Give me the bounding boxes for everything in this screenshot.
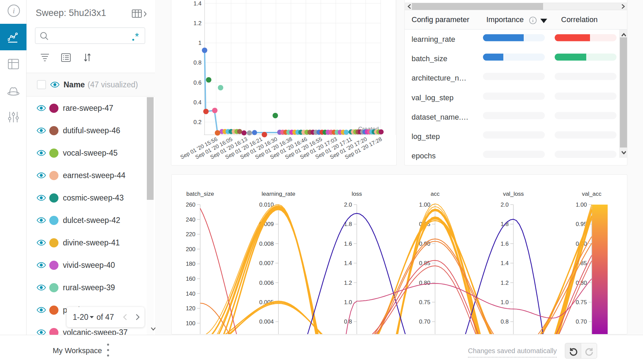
svg-text:0.75: 0.75	[419, 299, 430, 306]
svg-text:val_loss: val_loss	[503, 191, 524, 197]
svg-text:240: 240	[186, 216, 195, 223]
svg-text:0.70: 0.70	[576, 318, 587, 325]
svg-text:2.0: 2.0	[501, 202, 509, 208]
svg-text:val_acc: val_acc	[582, 191, 602, 197]
svg-text:1.6: 1.6	[344, 241, 352, 247]
svg-text:200: 200	[186, 246, 195, 253]
svg-text:140: 140	[186, 291, 195, 297]
svg-text:0.006: 0.006	[259, 280, 274, 286]
svg-text:1.0: 1.0	[344, 299, 352, 306]
svg-text:0.75: 0.75	[576, 299, 587, 306]
svg-text:0.6: 0.6	[193, 80, 202, 86]
svg-text:1.2: 1.2	[193, 20, 202, 27]
svg-text:i: i	[13, 6, 15, 15]
svg-text:220: 220	[186, 231, 195, 238]
svg-text:0.004: 0.004	[259, 318, 274, 325]
svg-text:1.00: 1.00	[576, 202, 587, 208]
svg-text:0.4: 0.4	[193, 99, 202, 106]
svg-text:120: 120	[186, 305, 195, 312]
svg-text:0.008: 0.008	[259, 241, 274, 247]
svg-text:160: 160	[186, 276, 195, 282]
svg-text:0.70: 0.70	[419, 318, 430, 325]
svg-text:0.8: 0.8	[193, 59, 202, 66]
svg-text:1.0: 1.0	[501, 299, 509, 306]
svg-text:1.00: 1.00	[419, 202, 430, 208]
svg-text:1.4: 1.4	[344, 260, 352, 266]
svg-text:180: 180	[186, 261, 195, 267]
svg-text:0.8: 0.8	[501, 318, 509, 325]
svg-text:1.4: 1.4	[193, 0, 202, 7]
svg-text:0.007: 0.007	[259, 260, 274, 266]
svg-text:acc: acc	[431, 191, 440, 197]
svg-text:260: 260	[186, 202, 195, 208]
svg-text:loss: loss	[352, 191, 362, 197]
svg-text:1: 1	[198, 40, 202, 46]
svg-text:*: *	[135, 31, 139, 41]
svg-text:2.0: 2.0	[344, 202, 352, 208]
svg-text:learning_rate: learning_rate	[262, 191, 295, 197]
svg-text:0.2: 0.2	[193, 119, 202, 125]
svg-text:0.85: 0.85	[419, 260, 430, 266]
svg-text:1.2: 1.2	[501, 280, 509, 286]
svg-text:1.6: 1.6	[501, 241, 509, 247]
svg-text:batch_size: batch_size	[186, 191, 214, 197]
svg-text:100: 100	[186, 320, 195, 327]
svg-text:1.2: 1.2	[344, 280, 352, 286]
svg-text:1.4: 1.4	[501, 260, 509, 266]
